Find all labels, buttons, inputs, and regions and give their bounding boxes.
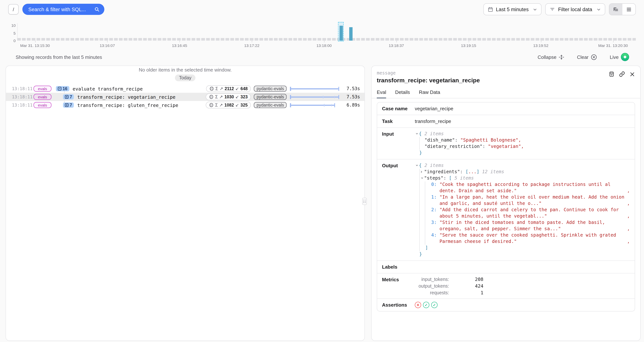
clear-circle-x-icon [591,54,597,60]
span-count: 7 [70,95,72,99]
scope-tag[interactable]: pydantic-evals [254,102,286,108]
detail-tabs: Eval Details Raw Data [372,90,640,98]
assertion-fail-icon[interactable]: ✕ [415,302,421,308]
json-toggle-chevron-icon[interactable]: › [420,169,424,175]
token-usage-pill: Σ ↗1030 ↙323 [206,94,251,100]
token-coin-icon [209,103,214,107]
metric-value: 208 [449,276,483,282]
histogram-bar[interactable] [340,26,343,40]
json-line[interactable]: ›{ 2 items [415,162,630,169]
tab-details[interactable]: Details [395,90,410,98]
trace-row[interactable]: 13:18:11 evals 16 evaluate transform_rec… [6,84,364,93]
json-line: ] [415,245,630,251]
histogram-bar[interactable] [349,27,352,40]
duration-value: 7.53s [341,86,360,91]
status-bar-actions: Collapse Clear Live [538,53,629,61]
input-arrow-icon: ↗ [219,102,223,108]
output-json-viewer[interactable]: ›{ 2 items›"ingredients": [...] 12 items… [415,162,630,258]
chevron-down-icon [533,7,537,11]
span-count-badge[interactable]: 7 [63,94,74,100]
duration-value: 6.89s [341,102,360,108]
date-pill[interactable]: Today [175,74,196,81]
case-name-label: Case name [382,106,415,112]
span-count-badge[interactable]: 7 [63,102,74,108]
assertions-row: Assertions ✕✓✓ [377,298,635,311]
x-tick-label: 13:19:15 [461,40,476,48]
x-tick-label: Mar 31. 13:20:30 [598,40,628,48]
scope-tag[interactable]: pydantic-evals [254,86,286,92]
task-row: Task transform_recipe [377,115,635,128]
service-tag[interactable]: evals [34,86,52,92]
input-label: Input [382,131,415,137]
clear-label: Clear [577,54,588,60]
x-tick-label: Mar 31. 13:15:30 [20,40,50,48]
x-tick-label: 13:16:45 [172,40,187,48]
token-usage-pill: Σ ↗1082 ↙325 [206,102,251,108]
top-bar-right: Last 5 minutes Filter local data [483,3,636,15]
tree-view-toggle[interactable] [609,4,622,15]
eval-fields-table: Case name vegetarian_recipe Task transfo… [377,102,635,312]
assertion-pass-icon[interactable]: ✓ [423,302,429,308]
input-json-viewer[interactable]: ›{ 2 items"dish_name": "Spaghetti Bologn… [415,131,630,156]
trace-time: 13:18:11 [12,86,30,91]
slash-shortcut-key: / [8,4,19,14]
metric-value: 424 [449,283,483,289]
output-label: Output [382,162,415,169]
time-range-dropdown[interactable]: Last 5 minutes [483,3,542,15]
tab-raw-data[interactable]: Raw Data [419,90,440,98]
records-histogram[interactable]: 10 5 0 Mar 31. 13:15:3013:16:0713:16:451… [8,19,636,49]
trace-rows: 13:18:11 evals 16 evaluate transform_rec… [6,84,364,109]
detail-title: transform_recipe: vegetarian_recipe [377,77,635,84]
save-to-dataset-icon[interactable] [608,71,614,77]
json-line[interactable]: ›{ 2 items [415,131,630,137]
live-toggle[interactable]: Live [610,53,629,61]
input-row: Input ›{ 2 items"dish_name": "Spaghetti … [377,128,635,159]
permalink-icon[interactable] [619,71,625,77]
span-name: transform_recipe: vegetarian_recipe [77,94,206,100]
span-count-badge[interactable]: 16 [56,86,69,91]
output-arrow-icon: ↙ [235,86,239,91]
json-toggle-chevron-icon[interactable]: › [419,176,425,181]
list-view-toggle[interactable] [622,4,636,15]
service-tag[interactable]: evals [34,94,52,100]
x-tick-label: 13:17:22 [244,40,260,48]
sigma-icon: Σ [215,95,218,99]
live-indicator-icon [621,53,629,61]
json-line[interactable]: ›"steps": [ 5 items [415,175,630,182]
trace-row-selected[interactable]: 13:18:11 evals 7 transform_recipe: veget… [6,93,364,101]
output-row: Output ›{ 2 items›"ingredients": [...] 1… [377,159,635,260]
time-range-label: Last 5 minutes [496,6,529,12]
close-icon[interactable] [630,71,635,77]
input-tokens: 2112 [224,86,234,91]
search-button[interactable]: Search & filter with SQL... [22,4,104,15]
json-toggle-chevron-icon[interactable]: › [414,164,420,168]
panel-resize-handle[interactable] [362,198,367,205]
shortcut-key-label: / [13,6,14,12]
tab-eval[interactable]: Eval [377,90,386,98]
scope-tag[interactable]: pydantic-evals [254,94,286,100]
collapse-vertical-icon [559,54,564,60]
collapse-button[interactable]: Collapse [538,54,564,60]
assertion-pass-icon[interactable]: ✓ [431,302,438,308]
collapse-label: Collapse [538,54,556,60]
metric-key: output_tokens: [415,283,449,288]
json-line: 0: "Cook the spaghetti according to pack… [415,182,630,194]
assertion-icons: ✕✓✓ [415,302,438,308]
status-bar: Showing records from the last 5 minutes … [16,53,629,61]
input-arrow-icon: ↗ [220,86,223,91]
metric-item: output_tokens: 424 [415,283,483,289]
json-toggle-chevron-icon[interactable]: › [414,132,420,136]
trace-row[interactable]: 13:18:11 evals 7 transform_recipe: glute… [6,101,364,109]
metric-value: 1 [449,290,483,296]
empty-window-notice: No older items in the selected time wind… [6,67,364,73]
clear-button[interactable]: Clear [577,54,597,60]
duration-bar [290,86,339,91]
json-line[interactable]: ›"ingredients": [...] 12 items [415,169,630,175]
service-tag[interactable]: evals [34,102,52,108]
expand-square-plus-icon [65,95,68,99]
input-tokens: 1030 [224,95,234,99]
case-name-value: vegetarian_recipe [415,106,453,112]
filter-local-data-dropdown[interactable]: Filter local data [546,3,605,15]
span-count: 16 [62,86,68,91]
output-arrow-icon: ↙ [235,94,239,100]
